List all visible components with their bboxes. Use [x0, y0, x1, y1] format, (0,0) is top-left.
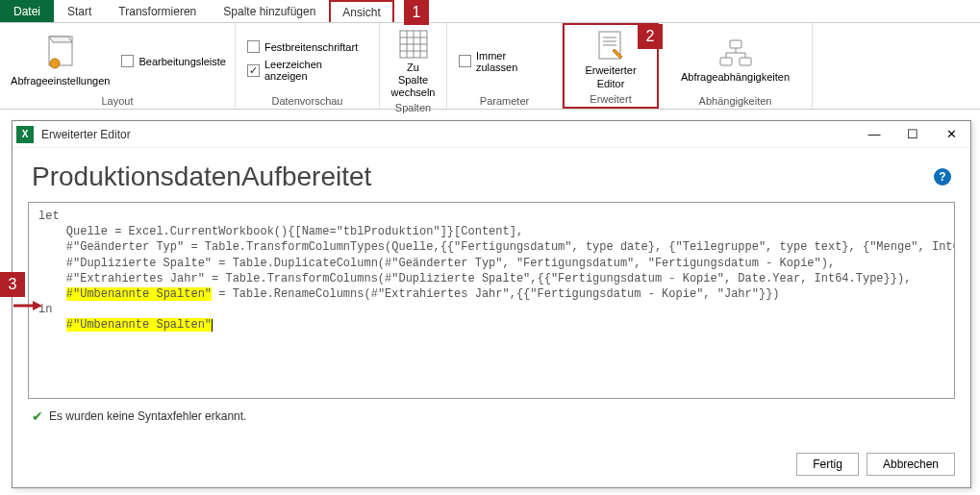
syntax-status: ✔ Es wurden keine Syntaxfehler erkannt. [13, 399, 970, 433]
check-icon: ✔ [32, 408, 43, 424]
group-advanced-label: Erweitert [590, 93, 631, 105]
callout-2: 2 [638, 24, 663, 49]
help-icon[interactable]: ? [934, 168, 951, 186]
go-to-column-label: Zu Spalte wechseln [391, 62, 436, 100]
close-button[interactable]: ✕ [942, 127, 961, 141]
group-columns-label: Spalten [395, 102, 431, 113]
ribbon: Abfrageeinstellungen Bearbeitungsleiste … [0, 23, 980, 110]
group-data-preview: Festbreitenschriftart Leerzeichen anzeig… [236, 23, 380, 109]
svg-point-1 [50, 59, 60, 68]
query-settings-label: Abfrageeinstellungen [11, 75, 110, 87]
advanced-editor-label: Erweiterter Editor [585, 64, 636, 89]
group-deps: Abfrageabhängigkeiten Abhängigkeiten [659, 23, 813, 109]
query-name-header: ProduktionsdatenAufbereitet ? [13, 148, 970, 202]
show-whitespace-check[interactable]: Leerzeichen anzeigen [247, 59, 367, 82]
arrow-icon [13, 300, 42, 311]
group-layout: Abfrageeinstellungen Bearbeitungsleiste … [0, 23, 236, 109]
query-deps-label: Abfrageabhängigkeiten [681, 71, 790, 84]
done-button[interactable]: Fertig [796, 453, 859, 476]
formula-bar-check[interactable]: Bearbeitungsleiste [121, 55, 226, 67]
svg-rect-13 [730, 40, 741, 48]
svg-rect-14 [720, 58, 732, 65]
minimize-button[interactable]: — [865, 127, 884, 141]
tab-add-column[interactable]: Spalte hinzufügen [210, 0, 329, 22]
advanced-editor-button[interactable]: Erweiterter Editor [581, 28, 640, 91]
group-deps-label: Abhängigkeiten [699, 95, 772, 107]
excel-icon: X [16, 126, 34, 143]
group-preview-label: Datenvorschau [272, 95, 343, 107]
callout-3: 3 [0, 272, 25, 297]
advanced-editor-window: X Erweiterter Editor — ☐ ✕ Produktionsda… [12, 120, 971, 488]
cancel-button[interactable]: Abbrechen [867, 453, 955, 476]
query-settings-button[interactable]: Abfrageeinstellungen [7, 33, 113, 89]
callout-1: 1 [404, 0, 429, 25]
ribbon-tab-bar: Datei Start Transformieren Spalte hinzuf… [0, 0, 980, 23]
group-columns: Zu Spalte wechseln Spalten [380, 23, 447, 109]
group-parameter-label: Parameter [480, 95, 529, 107]
go-to-column-button[interactable]: Zu Spalte wechseln [388, 27, 440, 102]
m-code-editor[interactable]: let Quelle = Excel.CurrentWorkbook(){[Na… [28, 202, 955, 399]
group-parameter: Immer zulassen Parameter [447, 23, 563, 109]
always-allow-check[interactable]: Immer zulassen [459, 50, 550, 73]
query-dependencies-button[interactable]: Abfrageabhängigkeiten [677, 37, 793, 86]
maximize-button[interactable]: ☐ [903, 127, 922, 141]
svg-rect-15 [740, 58, 751, 65]
window-title: Erweiterter Editor [41, 128, 865, 141]
svg-marker-21 [33, 301, 42, 310]
tab-start[interactable]: Start [54, 0, 105, 22]
window-titlebar: X Erweiterter Editor — ☐ ✕ [13, 121, 970, 148]
tab-view[interactable]: Ansicht [329, 0, 393, 22]
fixed-font-check[interactable]: Festbreitenschriftart [247, 40, 367, 53]
group-layout-label: Layout [101, 95, 133, 107]
tab-file[interactable]: Datei [0, 0, 54, 22]
tab-transform[interactable]: Transformieren [105, 0, 210, 22]
